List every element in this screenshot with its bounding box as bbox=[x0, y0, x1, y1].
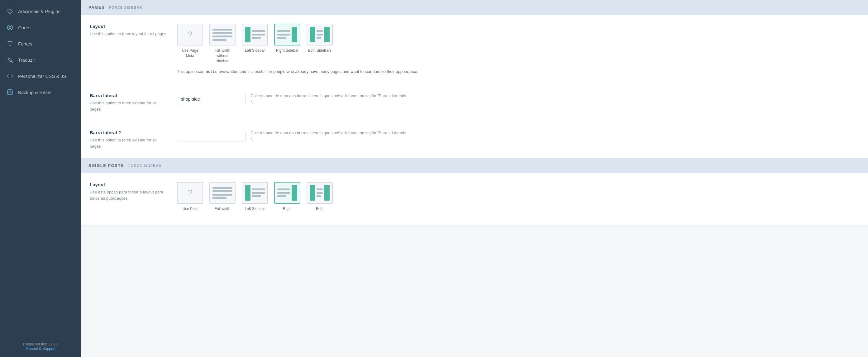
layout-label-left-sidebar: Left Sidebar bbox=[245, 48, 265, 53]
sbl1 bbox=[316, 189, 323, 190]
cl2 bbox=[252, 34, 265, 35]
version-text: Theme version 21.9.4 bbox=[6, 342, 75, 347]
sbl3 bbox=[316, 195, 321, 197]
pages-layout-row: Layout Use this option to force layout f… bbox=[81, 15, 868, 84]
sidebar-item-backup[interactable]: Backup & Reset bbox=[0, 84, 81, 100]
sidebar: Adicionais & Plugins Cores Fontes bbox=[0, 0, 81, 357]
srl3 bbox=[277, 195, 286, 197]
single-layout-heading: Layout bbox=[90, 182, 167, 187]
sidebar-item-label: Traduzir bbox=[18, 57, 35, 63]
right-sidebar-bar bbox=[291, 27, 297, 42]
pages-layout-label: Layout Use this option to force layout f… bbox=[90, 24, 167, 37]
sl2 bbox=[213, 190, 232, 192]
single-right-sidebar-icon bbox=[275, 183, 300, 203]
sidebar1-input[interactable] bbox=[177, 94, 246, 104]
both-sidebars-icon bbox=[307, 24, 332, 45]
layout-option-left-sidebar[interactable]: Left Sidebar bbox=[242, 24, 268, 53]
single-layout-label-full-width: Full width bbox=[215, 206, 230, 212]
sidebar-bar bbox=[245, 27, 250, 42]
sidebar-item-fontes[interactable]: Fontes bbox=[0, 35, 81, 52]
layout-option-full-width[interactable]: Full width without sidebar bbox=[209, 24, 236, 64]
bl1 bbox=[316, 30, 323, 32]
cl1 bbox=[252, 30, 265, 32]
sidebar1-help: Cole o nome de uma das barras laterais q… bbox=[250, 93, 406, 105]
layout-option-page-meta[interactable]: ? Use Page Meta bbox=[177, 24, 203, 59]
sidebar-item-label: Backup & Reset bbox=[18, 90, 52, 95]
pages-sidebar1-label: Barra lateral Use this option to force s… bbox=[90, 93, 167, 112]
single-layout-option-full-width[interactable]: Full width bbox=[209, 182, 236, 212]
single-left-bar bbox=[310, 185, 315, 201]
rl2 bbox=[277, 34, 290, 35]
single-layout-option-both[interactable]: Both bbox=[307, 182, 333, 212]
layout-label-page-meta: Use Page Meta bbox=[178, 48, 203, 59]
single-layout-icon-right bbox=[274, 182, 300, 204]
layout-icon-right-sidebar bbox=[274, 24, 300, 45]
svg-point-2 bbox=[9, 27, 11, 29]
single-layout-label-right: Right bbox=[283, 206, 291, 212]
notice-bold: not bbox=[206, 69, 212, 74]
layout-option-right-sidebar[interactable]: Right Sidebar bbox=[274, 24, 300, 53]
main-content: PAGES FORCE SIDEBAR Layout Use this opti… bbox=[81, 0, 868, 357]
single-posts-section: SINGLE POSTS FORCE SIDEBAR Layout Use es… bbox=[81, 158, 868, 226]
srl1 bbox=[277, 189, 290, 190]
layout-label-right-sidebar: Right Sidebar bbox=[276, 48, 299, 53]
sidebar-item-cores[interactable]: Cores bbox=[0, 19, 81, 35]
pages-sidebar1-row: Barra lateral Use this option to force s… bbox=[81, 84, 868, 121]
single-content-lines bbox=[252, 185, 265, 201]
single-left-sidebar-icon bbox=[242, 183, 267, 203]
palette-icon bbox=[6, 24, 14, 31]
scl3 bbox=[252, 195, 261, 197]
font-icon bbox=[6, 40, 14, 47]
sidebar-item-css[interactable]: Personalizar CSS & JS bbox=[0, 68, 81, 84]
single-sidebar-bar bbox=[245, 185, 250, 201]
layout-label-full-width: Full width without sidebar bbox=[210, 48, 235, 64]
sidebar2-input[interactable] bbox=[177, 131, 246, 141]
translate-icon bbox=[6, 56, 14, 64]
single-layout-label-post-meta: Use Post bbox=[183, 206, 198, 212]
right-bar bbox=[324, 27, 330, 42]
srl2 bbox=[277, 192, 290, 194]
single-center-content bbox=[316, 185, 323, 201]
rl1 bbox=[277, 30, 290, 32]
line4 bbox=[213, 39, 226, 41]
single-layout-icon-left-sidebar bbox=[242, 182, 268, 204]
rl3 bbox=[277, 37, 286, 39]
single-layout-icon-full-width bbox=[209, 182, 236, 204]
pages-section: PAGES FORCE SIDEBAR Layout Use this opti… bbox=[81, 0, 868, 158]
layout-option-both-sidebars[interactable]: Both Sidebars bbox=[307, 24, 333, 53]
sidebar-item-label: Personalizar CSS & JS bbox=[18, 73, 66, 79]
single-layout-desc: Use esta opção para forçar o layout para… bbox=[90, 189, 167, 201]
puzzle-icon bbox=[6, 7, 14, 15]
layout-label-both-sidebars: Both Sidebars bbox=[308, 48, 331, 53]
sl3 bbox=[213, 194, 232, 196]
single-layout-option-post-meta[interactable]: ? Use Post bbox=[177, 182, 203, 212]
single-posts-content: Layout Use esta opção para forçar o layo… bbox=[81, 173, 868, 226]
single-right-bar bbox=[324, 185, 330, 201]
sidebar-item-plugins[interactable]: Adicionais & Plugins bbox=[0, 3, 81, 19]
sidebar1-heading: Barra lateral bbox=[90, 93, 167, 98]
single-layout-label-left-sidebar: Left Sidebar bbox=[245, 206, 265, 212]
bl3 bbox=[316, 37, 321, 39]
sidebar2-desc: Use this option to force sidebar for all… bbox=[90, 137, 167, 149]
bl2 bbox=[316, 34, 323, 35]
support-link[interactable]: Manual & Support bbox=[26, 347, 56, 351]
sl1 bbox=[213, 187, 232, 189]
single-posts-title: SINGLE POSTS bbox=[89, 163, 124, 168]
line1 bbox=[213, 29, 232, 31]
left-bar bbox=[310, 27, 315, 42]
layout-options: ? Use Page Meta bbox=[177, 24, 859, 64]
scl2 bbox=[252, 192, 265, 194]
code-icon bbox=[6, 72, 14, 80]
sbl2 bbox=[316, 192, 323, 194]
left-sidebar-icon bbox=[242, 24, 267, 45]
sl4 bbox=[213, 197, 226, 199]
single-layout-option-left-sidebar[interactable]: Left Sidebar bbox=[242, 182, 268, 212]
single-layout-option-right[interactable]: Right bbox=[274, 182, 300, 212]
sidebar-item-traduzir[interactable]: Traduzir bbox=[0, 52, 81, 68]
database-icon bbox=[6, 89, 14, 96]
svg-point-5 bbox=[8, 90, 12, 91]
notice-start: This option can bbox=[177, 69, 206, 74]
single-question-icon: ? bbox=[188, 188, 192, 198]
layout-icon-page-meta: ? bbox=[177, 24, 203, 45]
layout-icon-left-sidebar bbox=[242, 24, 268, 45]
